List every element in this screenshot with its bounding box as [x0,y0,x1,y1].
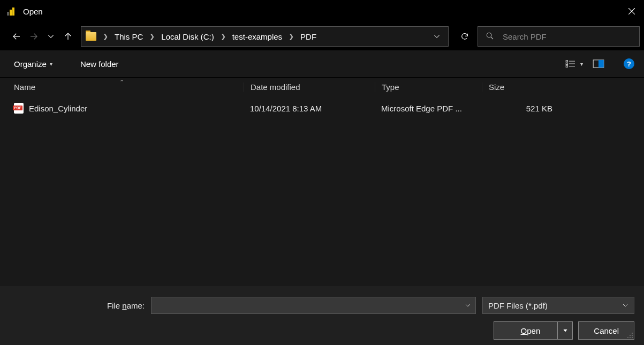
svg-rect-7 [566,61,567,62]
file-row[interactable]: Edison_Cylinder 10/14/2021 8:13 AM Micro… [0,96,644,120]
column-header-name[interactable]: ⌃ Name [0,82,244,92]
chevron-down-icon: ▾ [50,61,52,67]
filename-input[interactable] [151,301,460,310]
resize-grip-icon[interactable] [627,332,633,339]
back-button[interactable] [9,28,24,45]
help-button[interactable]: ? [624,58,634,69]
breadcrumb-item[interactable]: This PC [112,31,145,42]
chevron-down-icon: ▾ [580,61,583,67]
column-header-size[interactable]: Size [482,82,562,92]
filename-dropdown-button[interactable] [460,302,475,309]
address-history-button[interactable] [429,27,445,46]
svg-rect-9 [566,65,567,67]
breadcrumb-item[interactable]: PDF [298,31,319,42]
folder-icon [86,32,96,41]
organize-label: Organize [14,59,47,69]
column-header-date[interactable]: Date modified [244,82,375,92]
column-headers: ⌃ Name Date modified Type Size [0,77,644,96]
svg-point-21 [632,337,633,338]
bottom-panel: File name: PDF Files (*.pdf) Open Cancel [0,286,644,345]
pdf-file-icon [14,103,24,114]
new-folder-label: New folder [80,59,119,69]
new-folder-button[interactable]: New folder [78,57,121,71]
svg-point-5 [487,33,491,38]
breadcrumb-item[interactable]: Local Disk (C:) [159,31,216,42]
view-options-button[interactable]: ▾ [565,59,583,68]
svg-point-18 [632,335,633,336]
toolbar: Organize ▾ New folder ▾ ? [0,50,644,77]
refresh-button[interactable] [454,26,475,47]
up-button[interactable] [60,28,75,45]
chevron-right-icon[interactable]: ❯ [285,33,297,40]
svg-point-20 [630,337,631,338]
search-icon [486,32,494,42]
svg-marker-15 [563,329,567,332]
svg-rect-14 [598,60,604,68]
navigation-bar: ❯ This PC ❯ Local Disk (C:) ❯ test-examp… [0,22,644,50]
svg-point-16 [632,333,633,334]
window-title: Open [23,7,43,16]
close-button[interactable] [619,0,644,22]
svg-point-19 [627,337,628,338]
search-input[interactable] [503,32,639,41]
organize-button[interactable]: Organize ▾ [12,57,55,71]
title-bar: Open [0,0,644,22]
cancel-button[interactable]: Cancel [578,321,634,340]
open-button[interactable]: Open [494,321,573,340]
chevron-right-icon[interactable]: ❯ [217,33,229,40]
chevron-right-icon[interactable]: ❯ [146,33,158,40]
filename-label: File name: [10,301,145,310]
filename-combobox[interactable] [151,297,476,314]
file-list[interactable]: Edison_Cylinder 10/14/2021 8:13 AM Micro… [0,96,644,286]
open-dropdown-button[interactable] [557,322,572,339]
chevron-right-icon[interactable]: ❯ [100,33,111,40]
forward-button[interactable] [26,28,41,45]
app-icon [7,7,16,16]
svg-rect-8 [566,63,567,64]
chevron-down-icon [622,302,628,309]
address-bar[interactable]: ❯ This PC ❯ Local Disk (C:) ❯ test-examp… [81,26,449,47]
svg-point-17 [630,335,631,336]
preview-pane-button[interactable] [593,59,604,68]
breadcrumb-item[interactable]: test-examples [230,31,284,42]
column-header-type[interactable]: Type [375,82,482,92]
file-date: 10/14/2021 8:13 AM [244,104,375,113]
file-name: Edison_Cylinder [29,104,87,113]
recent-locations-button[interactable] [43,28,58,45]
file-type-filter[interactable]: PDF Files (*.pdf) [482,297,634,314]
file-type: Microsoft Edge PDF ... [375,104,482,113]
search-box[interactable] [478,26,640,47]
svg-line-6 [491,37,493,39]
file-type-filter-label: PDF Files (*.pdf) [488,301,548,310]
file-size: 521 KB [482,104,562,113]
sort-indicator-icon: ⌃ [119,79,124,86]
